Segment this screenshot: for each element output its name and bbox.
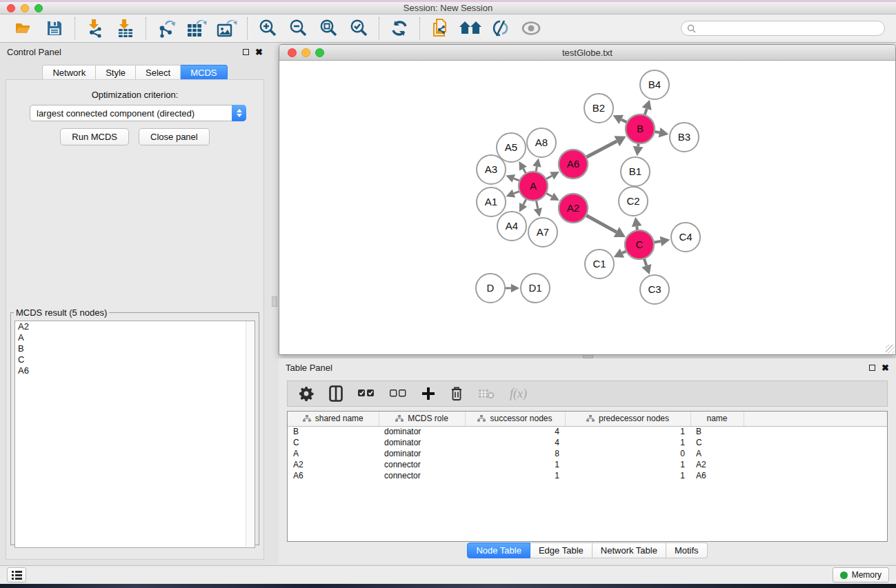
graph-node-D[interactable]: D <box>476 274 505 303</box>
cell[interactable]: A6 <box>288 470 379 481</box>
cell[interactable]: dominator <box>379 426 465 437</box>
column-header-mcds-role[interactable]: MCDS role <box>379 412 465 426</box>
column-header-name[interactable]: name <box>690 412 744 426</box>
graph-node-C4[interactable]: C4 <box>671 223 700 252</box>
home-icon[interactable] <box>457 17 484 40</box>
network-window-titlebar[interactable]: testGlobe.txt <box>279 45 895 61</box>
delete-table-icon[interactable] <box>478 388 495 399</box>
result-item[interactable]: A <box>15 332 255 343</box>
cell[interactable]: B <box>690 426 744 437</box>
minimize-window-icon[interactable] <box>21 4 29 12</box>
graph-node-A5[interactable]: A5 <box>497 133 526 162</box>
node-table[interactable]: shared nameMCDS rolesuccessor nodesprede… <box>287 411 888 542</box>
cell[interactable]: A <box>690 448 744 459</box>
import-network-icon[interactable] <box>82 17 108 40</box>
cell[interactable]: 1 <box>465 470 565 481</box>
graph-node-B2[interactable]: B2 <box>584 94 613 123</box>
gear-icon[interactable] <box>299 386 314 401</box>
cell[interactable]: dominator <box>379 448 465 459</box>
cell[interactable]: 1 <box>565 459 690 470</box>
search-text-field[interactable] <box>699 23 879 33</box>
table-float-panel-icon[interactable] <box>869 365 875 371</box>
graph-node-B1[interactable]: B1 <box>621 157 650 186</box>
cell[interactable]: 8 <box>465 448 565 459</box>
search-input[interactable] <box>681 21 885 36</box>
cell[interactable]: 4 <box>465 437 565 448</box>
graph-node-A[interactable]: A <box>519 172 548 201</box>
graph-node-C3[interactable]: C3 <box>640 275 669 304</box>
refresh-icon[interactable] <box>386 17 412 40</box>
network-minimize-icon[interactable] <box>301 48 310 57</box>
graph-node-B4[interactable]: B4 <box>640 70 669 99</box>
tab-network[interactable]: Network <box>42 65 96 81</box>
cell[interactable]: connector <box>379 459 465 470</box>
cell[interactable]: 1 <box>565 426 690 437</box>
cell[interactable]: A2 <box>288 459 379 470</box>
network-canvas[interactable]: B4B2BB3A5A8A6A3AB1A1A2C2A4A7C4CC1DD1C3 <box>279 61 895 354</box>
function-builder-icon[interactable]: f(x) <box>510 387 527 401</box>
table-row[interactable]: A2connector11A2 <box>288 459 888 470</box>
import-table-icon[interactable] <box>112 17 139 40</box>
tab-mcds[interactable]: MCDS <box>181 65 227 81</box>
zoom-fit-icon[interactable] <box>315 17 341 40</box>
save-icon[interactable] <box>41 17 68 40</box>
vertical-splitter-handle[interactable] <box>272 296 277 307</box>
graph-node-A1[interactable]: A1 <box>477 187 506 216</box>
column-header-predecessor-nodes[interactable]: predecessor nodes <box>565 412 690 426</box>
cell[interactable]: A2 <box>690 459 744 470</box>
zoom-in-icon[interactable] <box>255 17 281 40</box>
cell[interactable]: 1 <box>465 459 565 470</box>
graph-node-A2[interactable]: A2 <box>559 194 588 223</box>
zoom-out-icon[interactable] <box>285 17 311 40</box>
result-item[interactable]: A6 <box>15 365 255 376</box>
optimization-criterion-select[interactable]: largest connected component (directed) <box>30 105 246 121</box>
result-item[interactable]: C <box>15 354 255 365</box>
cell[interactable]: C <box>690 437 744 448</box>
zoom-window-icon[interactable] <box>34 4 43 12</box>
clone-network-icon[interactable] <box>427 17 453 40</box>
close-panel-icon[interactable]: ✖ <box>255 49 263 55</box>
cell[interactable]: connector <box>379 470 465 481</box>
result-item[interactable]: B <box>15 343 255 354</box>
zoom-selected-icon[interactable] <box>346 17 372 40</box>
graph-node-D1[interactable]: D1 <box>521 274 550 303</box>
table-row[interactable]: Cdominator41C <box>288 437 888 448</box>
export-table-icon[interactable] <box>183 17 210 40</box>
table-close-panel-icon[interactable]: ✖ <box>882 365 889 371</box>
graph-node-B[interactable]: B <box>626 114 655 143</box>
run-mcds-button[interactable]: Run MCDS <box>60 128 129 145</box>
select-all-checkboxes-icon[interactable] <box>358 389 375 398</box>
result-item[interactable]: A2 <box>15 321 255 332</box>
open-folder-icon[interactable] <box>11 17 37 40</box>
cell[interactable]: A <box>288 448 379 459</box>
cell[interactable]: 4 <box>465 426 565 437</box>
network-zoom-icon[interactable] <box>315 48 324 57</box>
toggle-graphics-details-icon[interactable] <box>488 17 514 40</box>
tab-style[interactable]: Style <box>96 65 136 81</box>
graph-node-C1[interactable]: C1 <box>585 250 614 278</box>
export-image-icon[interactable] <box>214 17 240 40</box>
memory-button[interactable]: Memory <box>833 567 889 582</box>
close-panel-button[interactable]: Close panel <box>139 128 210 145</box>
split-columns-icon[interactable] <box>329 385 343 402</box>
graph-node-A4[interactable]: A4 <box>497 212 526 241</box>
graph-node-A8[interactable]: A8 <box>527 128 556 157</box>
cell[interactable]: A6 <box>690 470 744 481</box>
graph-node-C2[interactable]: C2 <box>619 187 648 216</box>
column-header-shared-name[interactable]: shared name <box>288 412 379 426</box>
graph-node-B3[interactable]: B3 <box>670 123 699 152</box>
cell[interactable]: C <box>288 437 379 448</box>
graph-node-A3[interactable]: A3 <box>477 155 506 184</box>
cell[interactable]: 0 <box>565 448 690 459</box>
table-row[interactable]: Bdominator41B <box>288 426 888 437</box>
resize-grip-icon[interactable] <box>886 345 895 354</box>
tab-select[interactable]: Select <box>136 65 181 81</box>
deselect-all-checkboxes-icon[interactable] <box>390 389 406 398</box>
graph-node-A6[interactable]: A6 <box>559 150 588 179</box>
result-scrollbar[interactable] <box>246 321 255 547</box>
cell[interactable]: dominator <box>379 437 465 448</box>
column-header-successor-nodes[interactable]: successor nodes <box>465 412 565 426</box>
task-history-button[interactable] <box>7 567 26 582</box>
tab-edge-table[interactable]: Edge Table <box>530 543 593 558</box>
network-close-icon[interactable] <box>288 48 297 57</box>
